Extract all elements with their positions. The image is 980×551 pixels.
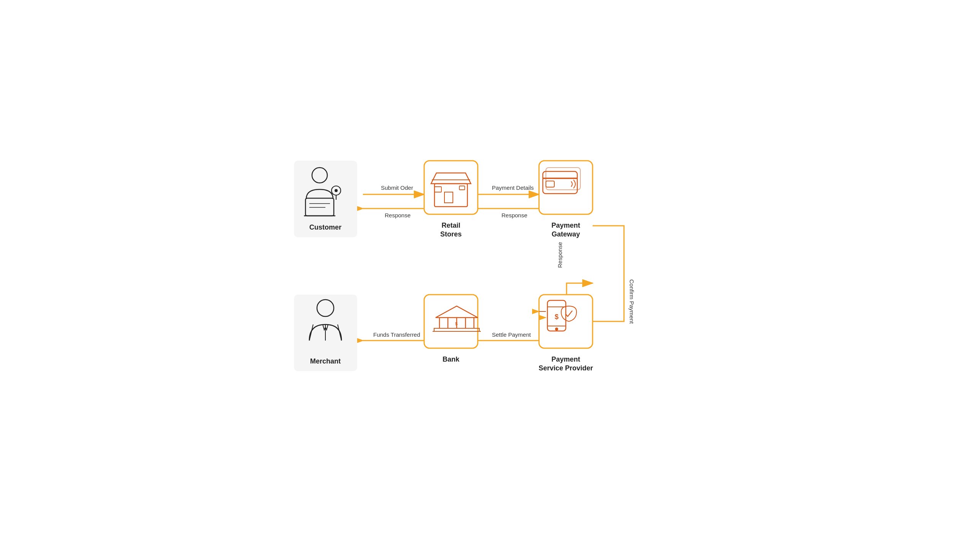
main-container: Submit Oder Response Payment Details Res… xyxy=(0,0,980,551)
svg-text:Customer: Customer xyxy=(309,223,341,231)
svg-text:$: $ xyxy=(455,321,457,326)
svg-text:Service Provider: Service Provider xyxy=(539,364,593,372)
svg-text:Retail: Retail xyxy=(441,222,460,229)
svg-text:Confirm Payment: Confirm Payment xyxy=(629,279,635,324)
svg-text:Gateway: Gateway xyxy=(552,230,580,238)
svg-text:Response: Response xyxy=(501,212,528,218)
svg-text:Merchant: Merchant xyxy=(310,357,341,365)
svg-text:Stores: Stores xyxy=(440,230,462,238)
svg-point-67 xyxy=(335,189,338,192)
svg-point-105 xyxy=(555,328,558,331)
diagram-wrapper: Submit Oder Response Payment Details Res… xyxy=(287,149,693,402)
svg-text:Payment: Payment xyxy=(551,222,580,229)
svg-text:Funds Transferred: Funds Transferred xyxy=(373,331,420,338)
svg-text:Bank: Bank xyxy=(443,355,460,363)
svg-text:$: $ xyxy=(555,313,559,321)
svg-text:Payment: Payment xyxy=(551,355,580,363)
svg-text:Response: Response xyxy=(557,242,563,268)
flow-diagram-svg: Submit Oder Response Payment Details Res… xyxy=(287,149,693,402)
svg-text:Submit Oder: Submit Oder xyxy=(381,184,413,191)
svg-text:Settle Payment: Settle Payment xyxy=(492,331,531,338)
svg-text:Response: Response xyxy=(385,212,411,218)
svg-rect-89 xyxy=(424,295,478,348)
svg-text:Payment Details: Payment Details xyxy=(492,184,534,191)
